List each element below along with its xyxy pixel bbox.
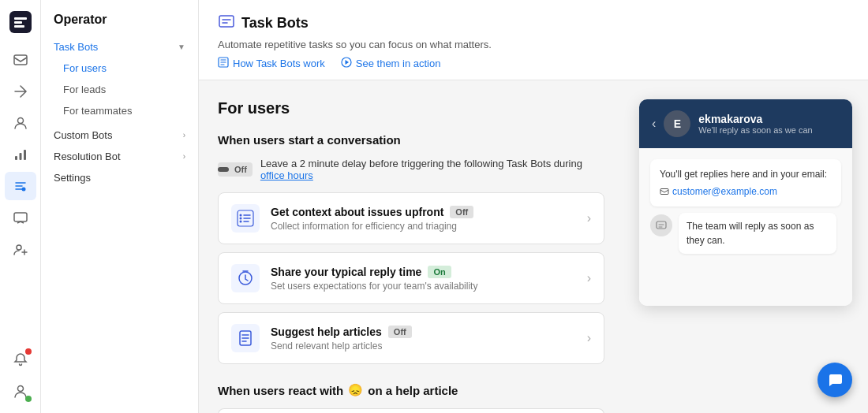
svg-point-11 (17, 386, 23, 392)
svg-rect-6 (19, 153, 21, 160)
chat-message-2: The team will reply as soon as they can. (679, 213, 836, 254)
icon-bar (0, 0, 41, 413)
chevron-right-icon: › (183, 131, 185, 140)
main-body: For users When users start a conversatio… (199, 80, 868, 413)
nav-messages[interactable] (5, 203, 36, 232)
chat-body: You'll get replies here and in your emai… (639, 148, 852, 306)
clock-icon (231, 264, 260, 292)
chat-header: ‹ E ekmakarova We'll reply as soon as we… (639, 99, 852, 148)
bot-help-title: Suggest help articles (271, 326, 382, 338)
sidebar-item-for-leads[interactable]: For leads (41, 79, 198, 100)
profile-status-badge (25, 396, 32, 402)
svg-point-17 (240, 218, 242, 220)
nav-inbox[interactable] (5, 46, 36, 74)
subsection-title: When users start a conversation (218, 133, 604, 147)
svg-rect-7 (24, 150, 26, 160)
sidebar-item-label: For leads (63, 84, 106, 95)
how-task-bots-link[interactable]: How Task Bots work (218, 57, 325, 70)
bot-reply-info: Share your typical reply time On Set use… (271, 266, 576, 292)
delay-toggle[interactable]: Off (218, 162, 253, 177)
sidebar-item-label: Task Bots (54, 41, 98, 53)
svg-point-10 (17, 245, 21, 250)
page-description: Automate repetitive tasks so you can foc… (218, 39, 849, 50)
logo-mark (9, 11, 32, 33)
chevron-right-icon: › (587, 271, 591, 285)
sidebar-item-resolution-bot[interactable]: Resolution Bot › (41, 146, 198, 167)
bot-reply-title: Share your typical reply time (271, 266, 421, 278)
bot-help-title-row: Suggest help articles Off (271, 326, 576, 338)
sidebar-section-task-bots: Task Bots ▼ For users For leads For team… (41, 36, 198, 121)
chevron-right-icon: › (587, 331, 591, 345)
doc-icon (231, 324, 260, 352)
svg-rect-12 (219, 16, 234, 27)
bot-context-status: Off (450, 206, 473, 218)
bot-card-reaction[interactable] (218, 408, 604, 413)
sidebar-item-for-users[interactable]: For users (41, 58, 198, 79)
chevron-right-icon: › (587, 211, 591, 225)
sidebar-item-task-bots[interactable]: Task Bots ▼ (41, 36, 198, 58)
sidebar-item-label: Resolution Bot (54, 151, 121, 162)
svg-rect-2 (14, 25, 24, 28)
reaction-section-title: When users react with 😞 on a help articl… (218, 383, 604, 397)
page-title: Task Bots (241, 15, 309, 32)
nav-reports[interactable] (5, 140, 36, 169)
sidebar: Operator Task Bots ▼ For users For leads… (41, 0, 199, 413)
see-in-action-label: See them in action (356, 58, 441, 69)
nav-notifications[interactable] (5, 345, 36, 374)
floating-chat-button[interactable] (817, 363, 852, 397)
page-title-row: Task Bots (218, 13, 849, 34)
bot-reply-desc: Set users expectations for your team's a… (271, 281, 576, 292)
nav-add-team[interactable] (5, 235, 36, 263)
main-area: Task Bots Automate repetitive tasks so y… (199, 0, 868, 413)
svg-marker-15 (345, 60, 349, 65)
bot-context-desc: Collect information for efficiency and t… (271, 221, 576, 232)
bot-card-reply-time[interactable]: Share your typical reply time On Set use… (218, 252, 604, 304)
sidebar-item-custom-bots[interactable]: Custom Bots › (41, 125, 198, 146)
chat-message-text: You'll get replies here and in your emai… (660, 169, 832, 199)
svg-rect-9 (14, 213, 27, 221)
how-task-bots-label: How Task Bots work (233, 58, 325, 69)
chevron-down-icon: ▼ (178, 43, 185, 51)
header-links: How Task Bots work See them in action (218, 57, 849, 70)
nav-outbound[interactable] (5, 77, 36, 106)
reaction-emoji: 😞 (348, 383, 363, 397)
chat-avatar: E (664, 110, 690, 137)
app-logo[interactable] (5, 8, 36, 36)
sidebar-item-label: Settings (54, 172, 91, 184)
svg-point-8 (21, 188, 25, 192)
chat-agent-name: ekmakarova (698, 113, 840, 125)
bot-card-help-articles[interactable]: Suggest help articles Off Send relevant … (218, 312, 604, 364)
bot-context-title: Get context about issues upfront (271, 206, 443, 218)
sidebar-item-for-teammates[interactable]: For teammates (41, 100, 198, 121)
bot-card-context[interactable]: Get context about issues upfront Off Col… (218, 192, 604, 244)
chevron-right-icon: › (183, 152, 185, 161)
sidebar-item-label: For teammates (63, 105, 132, 117)
bot-context-title-row: Get context about issues upfront Off (271, 206, 576, 218)
toggle-description: Leave a 2 minute delay before triggering… (260, 158, 604, 181)
bot-help-status: Off (388, 326, 412, 338)
svg-rect-5 (15, 156, 17, 160)
chat-header-info: ekmakarova We'll reply as soon as we can (698, 113, 840, 135)
nav-contacts[interactable] (5, 109, 36, 137)
task-bots-header-icon (218, 13, 235, 34)
bot-avatar-icon (650, 214, 672, 236)
see-in-action-link[interactable]: See them in action (341, 57, 441, 70)
section-title: For users (218, 99, 604, 117)
bot-reply-title-row: Share your typical reply time On (271, 266, 576, 278)
delay-toggle-row: Off Leave a 2 minute delay before trigge… (218, 158, 604, 181)
toggle-off-label: Off (229, 162, 253, 177)
nav-operator[interactable] (5, 172, 36, 200)
chat-back-button[interactable]: ‹ (652, 117, 656, 131)
svg-rect-1 (14, 21, 22, 24)
chat-bot-row: The team will reply as soon as they can. (650, 213, 841, 254)
sidebar-item-settings[interactable]: Settings (41, 167, 198, 188)
chat-preview: ‹ E ekmakarova We'll reply as soon as we… (639, 99, 852, 306)
chat-message-1: You'll get replies here and in your emai… (650, 159, 841, 206)
content-area: For users When users start a conversatio… (199, 80, 623, 413)
book-icon (218, 57, 229, 70)
nav-profile[interactable] (5, 377, 36, 405)
bot-context-info: Get context about issues upfront Off Col… (271, 206, 576, 232)
svg-rect-23 (660, 189, 668, 195)
office-hours-link[interactable]: office hours (260, 169, 313, 181)
sidebar-item-label: Custom Bots (54, 129, 112, 141)
